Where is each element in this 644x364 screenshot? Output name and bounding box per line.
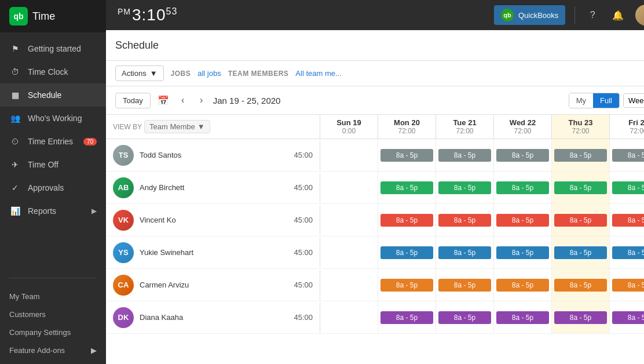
avatar: CA — [113, 275, 134, 296]
member-cell: DK Diana Kaaha 45:00 — [106, 303, 320, 333]
shift-block[interactable]: 8a - 5p — [438, 311, 491, 324]
calendar-icon: ▦ — [9, 89, 21, 101]
day-header-wed: Wed 22 72:00 — [494, 115, 552, 139]
shift-block[interactable]: 8a - 5p — [496, 311, 549, 324]
all-members-link[interactable]: All team me... — [295, 69, 341, 78]
avatar: YS — [113, 242, 134, 263]
day-cell: 8a - 5p — [552, 172, 610, 203]
shift-block[interactable]: 8a - 5p — [496, 214, 549, 227]
member-cell: VK Vincent Ko 45:00 — [106, 205, 320, 235]
full-view-button[interactable]: Full — [593, 93, 619, 108]
prev-week-button[interactable]: ‹ — [176, 93, 190, 107]
help-icon[interactable]: ? — [584, 7, 601, 23]
sidebar-item-label: Customers — [9, 310, 46, 319]
shift-block[interactable]: 8a - 5p — [438, 149, 491, 162]
avatar: TS — [113, 145, 134, 166]
all-jobs-link[interactable]: all jobs — [197, 69, 221, 78]
sidebar-nav: ⚑ Getting started ⏱ Time Clock ▦ Schedul… — [0, 32, 106, 273]
shift-block[interactable]: 8a - 5p — [554, 246, 607, 259]
cal-nav-right: My Full Week ▼ Published — [569, 93, 644, 108]
day-cell: 8a - 5p — [436, 301, 494, 333]
shift-block[interactable]: 8a - 5p — [438, 246, 491, 259]
shift-block[interactable]: 8a - 5p — [554, 149, 607, 162]
table-row: DK Diana Kaaha 45:00 8a - 5p8a - 5p8a - … — [106, 301, 644, 334]
table-row: AB Andy Birchett 45:00 8a - 5p8a - 5p8a … — [106, 172, 644, 204]
sidebar-item-label: Feature Add-ons — [9, 346, 65, 355]
sidebar-item-time-off[interactable]: ✈ Time Off — [0, 153, 106, 176]
shift-block[interactable]: 8a - 5p — [612, 246, 644, 259]
day-name: Sun 19 — [323, 118, 375, 127]
day-cell: 8a - 5p — [436, 204, 494, 236]
my-full-toggle: My Full — [569, 93, 620, 108]
sidebar-item-my-team[interactable]: My Team — [0, 287, 106, 305]
day-cell: 8a - 5p — [494, 204, 552, 236]
member-cell: YS Yukie Swinehart 45:00 — [106, 238, 320, 268]
day-cell: 8a - 5p — [436, 172, 494, 203]
shift-block[interactable]: 8a - 5p — [612, 279, 644, 292]
sidebar-item-whos-working[interactable]: 👥 Who's Working — [0, 107, 106, 130]
actions-button[interactable]: Actions ▼ — [115, 65, 164, 81]
shift-block[interactable]: 8a - 5p — [554, 214, 607, 227]
view-by-select[interactable]: Team Membe ▼ — [144, 120, 210, 133]
flag-icon: ⚑ — [9, 43, 21, 54]
shift-block[interactable]: 8a - 5p — [438, 214, 491, 227]
calendar-picker-icon[interactable]: 📅 — [155, 92, 171, 108]
sidebar-item-feature-addons[interactable]: Feature Add-ons ▶ — [0, 341, 106, 359]
shift-block[interactable]: 8a - 5p — [496, 181, 549, 194]
member-name: Vincent Ko — [140, 216, 288, 224]
day-cell: 8a - 5p — [610, 301, 644, 333]
sidebar-item-company-settings[interactable]: Company Settings — [0, 323, 106, 341]
qbo-logo-icon: qb — [501, 9, 514, 21]
day-cell — [320, 236, 378, 268]
day-cell: 8a - 5p — [436, 269, 494, 301]
sidebar-item-reports[interactable]: 📊 Reports ▶ — [0, 199, 106, 223]
shift-block[interactable]: 8a - 5p — [612, 311, 644, 324]
sidebar-item-approvals[interactable]: ✓ Approvals — [0, 176, 106, 199]
sidebar-item-customers[interactable]: Customers — [0, 305, 106, 323]
shift-block[interactable]: 8a - 5p — [496, 149, 549, 162]
day-cell: 8a - 5p — [494, 139, 552, 171]
shift-block[interactable]: 8a - 5p — [496, 279, 549, 292]
shift-block[interactable]: 8a - 5p — [380, 246, 433, 259]
sidebar-item-schedule[interactable]: ▦ Schedule — [0, 83, 106, 107]
shift-block[interactable]: 8a - 5p — [380, 181, 433, 194]
shift-block[interactable]: 8a - 5p — [380, 214, 433, 227]
day-cell — [320, 301, 378, 333]
sidebar-item-label: Who's Working — [28, 114, 82, 123]
shift-block[interactable]: 8a - 5p — [554, 311, 607, 324]
day-name: Wed 22 — [496, 118, 549, 127]
sidebar-item-time-clock[interactable]: ⏱ Time Clock — [0, 60, 106, 83]
notifications-icon[interactable]: 🔔 — [610, 7, 626, 23]
shift-block[interactable]: 8a - 5p — [612, 214, 644, 227]
my-view-button[interactable]: My — [569, 93, 593, 108]
quickbooks-button[interactable]: qb QuickBooks — [494, 5, 565, 25]
shift-block[interactable]: 8a - 5p — [554, 279, 607, 292]
shift-block[interactable]: 8a - 5p — [380, 149, 433, 162]
shift-block[interactable]: 8a - 5p — [438, 279, 491, 292]
shift-block[interactable]: 8a - 5p — [380, 311, 433, 324]
app-title: Time — [32, 10, 55, 23]
week-selector[interactable]: Week ▼ — [623, 93, 644, 108]
user-profile[interactable]: Jim Hatfield Heart Construction — [635, 5, 644, 26]
sidebar-item-time-entries[interactable]: ⏲ Time Entries 70 — [0, 130, 106, 153]
calendar-nav: Today 📅 ‹ › Jan 19 - 25, 2020 My Full We… — [106, 86, 644, 115]
member-name: Carmen Arvizu — [140, 281, 288, 289]
shift-block[interactable]: 8a - 5p — [380, 279, 433, 292]
shift-block[interactable]: 8a - 5p — [554, 181, 607, 194]
shift-block[interactable]: 8a - 5p — [612, 149, 644, 162]
shift-block[interactable]: 8a - 5p — [496, 246, 549, 259]
sidebar-item-getting-started[interactable]: ⚑ Getting started — [0, 37, 106, 60]
sidebar-bottom: My Team Customers Company Settings Featu… — [0, 283, 106, 364]
next-week-button[interactable]: › — [195, 93, 208, 107]
grid-header: VIEW BY Team Membe ▼ Sun 19 0:00 Mon 20 … — [106, 115, 644, 139]
grid-body: TS Todd Santos 45:00 8a - 5p8a - 5p8a - … — [106, 139, 644, 334]
sidebar-header: qb Time — [0, 0, 106, 32]
sidebar-item-label: Time Off — [28, 160, 58, 169]
today-button[interactable]: Today — [115, 93, 151, 108]
member-hours: 45:00 — [294, 183, 313, 192]
day-cell: 8a - 5p — [552, 204, 610, 236]
shift-block[interactable]: 8a - 5p — [438, 181, 491, 194]
shift-block[interactable]: 8a - 5p — [612, 181, 644, 194]
table-row: CA Carmen Arvizu 45:00 8a - 5p8a - 5p8a … — [106, 269, 644, 301]
day-cell — [320, 204, 378, 236]
